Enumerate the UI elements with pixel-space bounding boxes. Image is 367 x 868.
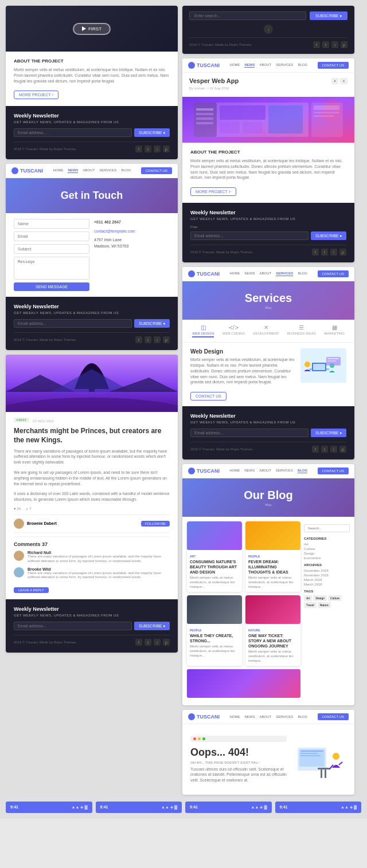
tw-icon-2[interactable]: t [145, 336, 151, 343]
subscribe-button-3[interactable]: SUBSCRIBE ♦ [134, 622, 170, 630]
err-about[interactable]: ABOUT [259, 715, 271, 718]
blg-home[interactable]: HOME [229, 469, 240, 473]
tw-3[interactable]: t [145, 639, 151, 646]
err-blog[interactable]: BLOG [298, 715, 307, 718]
name-input[interactable] [14, 219, 89, 229]
scroll-icon[interactable]: ↓ [264, 25, 273, 34]
vesper-cta[interactable]: CONTACT US [318, 62, 349, 69]
blg-about[interactable]: ABOUT [259, 469, 271, 473]
newsletter-email-3[interactable] [14, 622, 132, 630]
err-services[interactable]: SERVICES [276, 715, 293, 718]
subscribe-button-v[interactable]: SUBSCRIBE ♦ [311, 231, 346, 240]
svg-rect-35 [318, 768, 329, 769]
vesper-blog[interactable]: BLOG [298, 63, 307, 68]
fb-s[interactable]: f [312, 446, 319, 453]
comment-text-1: There are many variations of passages of… [28, 555, 170, 564]
subject-input[interactable] [14, 244, 89, 254]
post-category-badge: FIRST [14, 418, 29, 422]
blog-nav-cta[interactable]: CONTACT US [318, 468, 349, 474]
tag-1[interactable]: Art [304, 595, 312, 601]
nav-cta-contact[interactable]: CONTACT US [141, 167, 172, 174]
blog-search-input[interactable] [304, 524, 350, 532]
vesper-more-btn[interactable]: MORE PROJECT > [190, 187, 236, 196]
twitter-icon[interactable]: t [145, 146, 151, 152]
err-nav-cta[interactable]: CONTACT US [318, 713, 349, 720]
tab-business[interactable]: ☰ BUSINESS IDEAS [287, 324, 316, 337]
subscribe-button-1[interactable]: SUBSCRIBE ♦ [134, 128, 170, 137]
err-news[interactable]: NEWS [244, 715, 255, 718]
ig-3[interactable]: i [154, 639, 161, 646]
tw-v[interactable]: t [321, 249, 328, 256]
service-cta-button[interactable]: CONTACT US [190, 392, 227, 400]
blg-blog[interactable]: BLOG [298, 469, 307, 473]
tag-2[interactable]: Design [313, 595, 327, 601]
ig-d[interactable]: i [331, 41, 338, 48]
svc-home[interactable]: HOME [229, 272, 240, 276]
tab-marketing[interactable]: ▦ MARKETING [324, 324, 345, 337]
newsletter-email-s[interactable] [190, 429, 309, 437]
subscribe-button-s[interactable]: SUBSCRIBE ♦ [311, 429, 346, 437]
nav-news[interactable]: NEWS [68, 168, 78, 173]
next-arrow[interactable]: › [340, 78, 348, 84]
vesper-about[interactable]: ABOUT [259, 63, 271, 68]
newsletter-email-1[interactable] [14, 128, 132, 137]
pin-v[interactable]: p [339, 249, 346, 256]
email-input[interactable] [14, 231, 89, 241]
tab-web-design[interactable]: ◫ WEB DESIGN [192, 324, 214, 337]
facebook-icon[interactable]: f [135, 146, 142, 152]
svc-nav-cta[interactable]: CONTACT US [318, 270, 349, 277]
tw-d[interactable]: t [322, 41, 329, 48]
tag-5[interactable]: Nature [318, 602, 331, 608]
svc-news[interactable]: NEWS [244, 272, 255, 276]
fb-3[interactable]: f [135, 639, 142, 646]
tab-web-coding[interactable]: ≺/≻ WEB CODING [222, 324, 245, 337]
svc-services[interactable]: SERVICES [276, 272, 293, 276]
play-button[interactable]: FIRST [73, 23, 111, 35]
ig-s[interactable]: i [330, 446, 337, 453]
subscribe-dark-button[interactable]: SUBSCRIBE ♦ [310, 11, 348, 20]
newsletter-email-2[interactable] [14, 319, 132, 328]
svc-about[interactable]: ABOUT [259, 272, 271, 276]
comment-content-2: Brooke Wild There are many variations of… [28, 567, 170, 580]
vesper-home[interactable]: HOME [229, 63, 240, 68]
fb-icon-2[interactable]: f [135, 336, 142, 343]
pinterest-icon[interactable]: p [163, 146, 170, 152]
blg-services[interactable]: SERVICES [276, 469, 293, 473]
search-input-dark[interactable] [189, 11, 306, 20]
instagram-icon[interactable]: i [154, 146, 161, 152]
nav-blog[interactable]: BLOG [121, 168, 131, 173]
nav-services[interactable]: SERVICES [99, 168, 116, 173]
battery-icon-4: ▓ [354, 805, 357, 810]
more-project-button[interactable]: MORE PROJECT › [14, 91, 58, 99]
pin-3[interactable]: p [163, 639, 170, 646]
blg-news[interactable]: NEWS [244, 469, 255, 473]
newsletter-form-3: SUBSCRIBE ♦ [14, 622, 170, 630]
social-icons-3: f t i p [135, 639, 170, 646]
svc-blog[interactable]: BLOG [298, 272, 307, 276]
prev-arrow[interactable]: ‹ [331, 78, 339, 84]
vesper-services[interactable]: SERVICES [276, 63, 293, 68]
ig-v[interactable]: i [330, 249, 337, 256]
err-home[interactable]: HOME [229, 715, 240, 718]
author-info: Brownie Dabert [14, 519, 57, 529]
tw-s[interactable]: t [321, 446, 328, 453]
fb-v[interactable]: f [312, 249, 319, 256]
email-link[interactable]: contact@template.com [94, 228, 170, 234]
pin-d[interactable]: p [341, 41, 348, 48]
newsletter-email-v[interactable] [190, 231, 309, 240]
message-input[interactable] [14, 257, 89, 280]
tab-development[interactable]: ✕ DEVELOPMENT [253, 324, 279, 337]
send-message-button[interactable]: SEND MESSAGE [14, 282, 89, 291]
subscribe-button-2[interactable]: SUBSCRIBE ♦ [134, 319, 170, 328]
tag-3[interactable]: Culture [328, 595, 342, 601]
nav-home[interactable]: HOME [53, 168, 63, 173]
tag-4[interactable]: Travel [304, 602, 317, 608]
leave-reply-button[interactable]: LEAVE A REPLY [14, 587, 49, 593]
pin-s[interactable]: p [339, 446, 346, 453]
ig-icon-2[interactable]: i [154, 336, 161, 343]
pin-icon-2[interactable]: p [163, 336, 170, 343]
vesper-news[interactable]: NEWS [244, 63, 255, 68]
follow-button[interactable]: FOLLOW ME [141, 521, 170, 527]
fb-d[interactable]: f [313, 41, 320, 48]
nav-about[interactable]: ABOUT [83, 168, 95, 173]
